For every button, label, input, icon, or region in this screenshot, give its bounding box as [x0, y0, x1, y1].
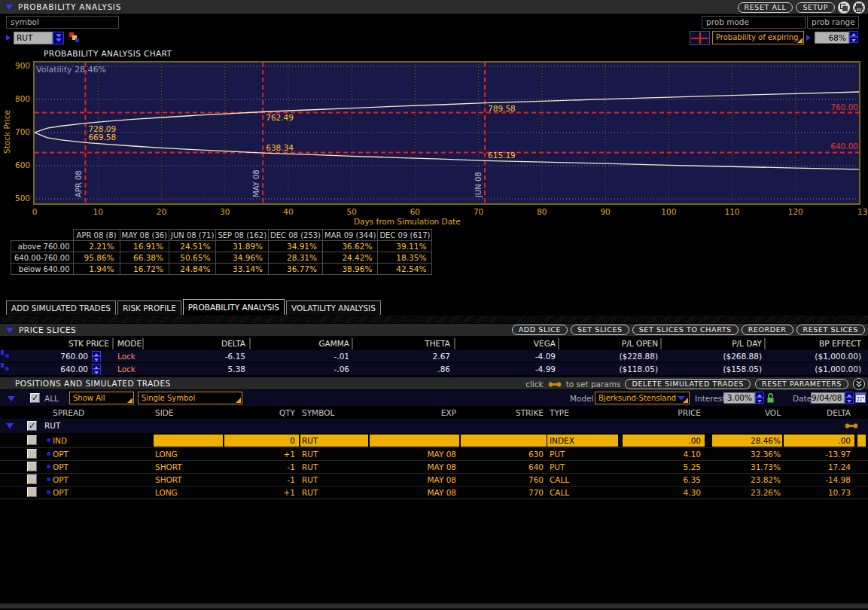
- setup-button[interactable]: SETUP: [796, 2, 835, 13]
- horizontal-scrollbar[interactable]: [0, 603, 868, 608]
- prob-col-header: MAY 08 (36): [120, 230, 169, 241]
- collapse-section-icon[interactable]: [853, 378, 865, 390]
- cell-spread: OPT: [53, 486, 143, 499]
- expiration-line-label: APR 08: [75, 164, 84, 197]
- row-checkbox[interactable]: ✓: [27, 449, 37, 459]
- position-row: ✓OPTSHORT-1RUTMAY 08760CALL6.3523.82%-14…: [0, 473, 868, 485]
- symbol-dropdown-button[interactable]: [53, 32, 64, 44]
- click-hint-pre: click: [525, 380, 543, 389]
- reset-slices-button[interactable]: RESET SLICES: [796, 325, 865, 335]
- stk-price-spinner[interactable]: [92, 364, 101, 374]
- all-checkbox[interactable]: ✓: [30, 393, 40, 403]
- tab-probability-analysis[interactable]: PROBABILITY ANALYSIS: [183, 299, 285, 315]
- wrench-icon[interactable]: [845, 422, 858, 429]
- prob-value-cell: 24.42%: [323, 252, 378, 264]
- tab-volatility-analysis[interactable]: VOLATILITY ANALYSIS: [286, 300, 381, 315]
- interest-input[interactable]: 3.00%: [723, 392, 755, 404]
- slice-stk-price[interactable]: 640.00: [11, 363, 90, 375]
- stk-price-spinner[interactable]: [92, 351, 101, 361]
- cone-value-label: 669.58: [88, 133, 116, 142]
- chart-title: PROBABILITY ANALYSIS CHART: [44, 49, 172, 58]
- col-pl-day: P/L DAY: [661, 338, 763, 349]
- col-type: TYPE: [547, 407, 618, 418]
- prob-table-row: 640.00-760.0095.86%66.38%50.65%34.96%28.…: [11, 252, 432, 264]
- reset-all-button[interactable]: RESET ALL: [738, 2, 793, 13]
- collapse-triangle-icon[interactable]: [5, 5, 13, 10]
- cell-type: INDEX: [547, 435, 618, 447]
- group-collapse-icon[interactable]: [6, 423, 14, 429]
- group-checkbox[interactable]: ✓: [27, 421, 37, 431]
- price-line-label: 640.00: [830, 142, 858, 151]
- y-tick-label: 800: [0, 94, 30, 103]
- x-tick-label: 30: [214, 207, 236, 216]
- cell-delta: -14.98: [784, 474, 854, 486]
- tab-risk-profile[interactable]: RISK PROFILE: [117, 300, 181, 315]
- snapshot-icon[interactable]: [838, 2, 850, 14]
- col-exp: EXP: [370, 407, 459, 418]
- interest-spinner[interactable]: [755, 392, 764, 404]
- col-qty: QTY: [224, 407, 299, 418]
- cell-price: .00: [623, 435, 705, 447]
- cell-symbol: RUT: [300, 448, 368, 460]
- slice-pl-day: ($158.05): [661, 363, 763, 375]
- reset-parameters-button[interactable]: RESET PARAMETERS: [755, 379, 848, 389]
- delete-simulated-trades-button[interactable]: DELETE SIMULATED TRADES: [625, 379, 751, 389]
- cell-delta: 10.73: [784, 486, 854, 499]
- scope-filter-select[interactable]: Single Symbol: [138, 392, 242, 404]
- slice-theta: .86: [352, 363, 453, 375]
- positions-collapse-icon[interactable]: [8, 396, 15, 401]
- row-checkbox[interactable]: ✓: [27, 474, 37, 484]
- prob-range-arrow-icon: [806, 35, 811, 41]
- date-spinner[interactable]: [845, 392, 854, 404]
- print-icon[interactable]: [853, 2, 865, 14]
- reorder-button[interactable]: REORDER: [742, 325, 793, 335]
- slice-stk-price[interactable]: 760.00: [11, 350, 90, 362]
- cell-side: SHORT: [154, 474, 223, 486]
- show-filter-select[interactable]: Show All: [69, 392, 134, 404]
- symbol-group-row: ✓ RUT: [0, 419, 868, 433]
- tab-add-simulated-trades[interactable]: ADD SIMULATED TRADES: [6, 300, 116, 315]
- col-pl-open: P/L OPEN: [559, 338, 659, 349]
- prob-value-cell: 2.21%: [73, 241, 120, 252]
- prob-col-header: DEC 09 (617): [378, 230, 432, 241]
- slice-pl-open: ($118.05): [559, 363, 659, 375]
- price-slices-collapse-icon[interactable]: [6, 328, 14, 333]
- add-slice-button[interactable]: ADD SLICE: [512, 325, 568, 335]
- cell-exp: MAY 08: [370, 474, 459, 486]
- cell-exp: MAY 08: [370, 486, 459, 499]
- x-tick-label: 100: [657, 207, 680, 216]
- slice-delta: 5.38: [143, 363, 248, 375]
- crosshair-icon[interactable]: [690, 31, 710, 45]
- row-checkbox[interactable]: ✓: [27, 487, 37, 497]
- prob-mode-label: prob mode: [702, 16, 806, 29]
- prob-range-label: prob range: [807, 16, 859, 29]
- slice-vega: -4.99: [455, 363, 557, 375]
- prob-range-input[interactable]: 68%: [815, 32, 849, 44]
- model-select[interactable]: Bjerksund-Stensland: [595, 392, 690, 404]
- row-checkbox[interactable]: ✓: [27, 462, 37, 471]
- price-slices-header-row: STK PRICE MODE DELTA GAMMA THETA VEGA P/…: [0, 338, 868, 349]
- symbol-input[interactable]: RUT: [14, 32, 53, 44]
- probability-analysis-window: PROBABILITY ANALYSIS RESET ALL SETUP sym…: [0, 0, 868, 610]
- highlight-tail: [857, 435, 866, 447]
- group-symbol-label: RUT: [44, 421, 60, 430]
- date-input[interactable]: 9/04/08: [811, 392, 845, 404]
- set-slices-to-charts-button[interactable]: SET SLICES TO CHARTS: [632, 325, 739, 335]
- cell-spread: IND: [53, 435, 143, 447]
- calendar-icon[interactable]: [855, 392, 866, 403]
- cell-type: CALL: [547, 486, 618, 499]
- window-titlebar: PROBABILITY ANALYSIS RESET ALL SETUP: [0, 0, 868, 14]
- row-checkbox[interactable]: ✓: [27, 435, 37, 445]
- prob-range-spinner[interactable]: [849, 31, 858, 43]
- slice-mode[interactable]: Lock: [114, 363, 142, 375]
- cell-price: 4.10: [623, 448, 705, 460]
- cell-side: [154, 435, 223, 447]
- symbol-link-icon[interactable]: [69, 32, 80, 43]
- prob-value-cell: 36.62%: [323, 241, 378, 252]
- prob-mode-select[interactable]: Probability of expiring: [712, 31, 804, 44]
- probability-chart-plot[interactable]: [33, 61, 860, 205]
- slice-mode[interactable]: Lock: [114, 350, 142, 362]
- interest-lock-icon[interactable]: [766, 392, 775, 404]
- x-tick-label: 90: [594, 207, 617, 216]
- set-slices-button[interactable]: SET SLICES: [571, 325, 629, 335]
